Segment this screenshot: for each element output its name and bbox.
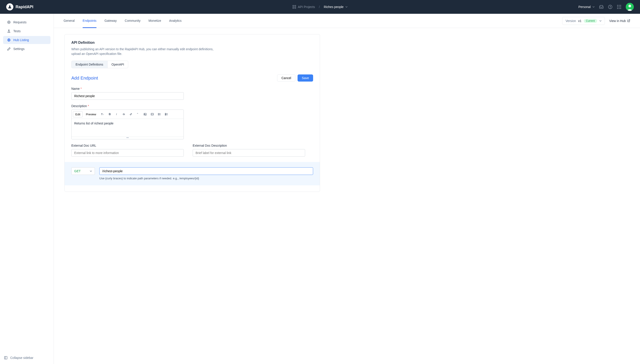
apps-grid-icon[interactable] — [617, 5, 621, 9]
italic-icon[interactable]: I — [114, 111, 120, 117]
pencil-icon — [7, 47, 11, 51]
svg-point-24 — [158, 113, 158, 114]
svg-rect-4 — [295, 7, 296, 8]
main-content: General Endpoints Gateway Community Mone… — [54, 14, 640, 364]
svg-text:I: I — [116, 113, 117, 116]
description-label: Description * — [71, 104, 313, 108]
tab-community[interactable]: Community — [125, 14, 140, 28]
svg-point-6 — [610, 8, 610, 8]
external-doc-desc-input[interactable] — [193, 149, 305, 157]
view-in-hub-link[interactable]: View in Hub — [609, 19, 630, 23]
external-doc-desc-label: External Doc Description — [193, 144, 305, 147]
tab-bar: General Endpoints Gateway Community Mone… — [54, 14, 640, 28]
svg-text:3: 3 — [165, 114, 166, 116]
editor-resize-handle[interactable]: ••• — [72, 137, 184, 139]
svg-point-0 — [9, 5, 11, 7]
svg-rect-2 — [295, 5, 296, 6]
svg-text:T: T — [103, 114, 104, 115]
svg-point-26 — [158, 114, 158, 114]
version-badge: Current — [584, 19, 597, 23]
svg-text:": " — [137, 113, 138, 116]
brand-name: RapidAPI — [16, 5, 33, 9]
svg-point-10 — [8, 22, 9, 23]
tab-endpoints[interactable]: Endpoints — [83, 14, 96, 28]
svg-text:B: B — [109, 113, 111, 116]
svg-rect-1 — [293, 5, 294, 6]
edit-button[interactable]: Edit — [73, 111, 83, 117]
sidebar-item-label: Settings — [13, 47, 25, 51]
sidebar-item-tests[interactable]: Tests — [3, 27, 50, 35]
svg-point-28 — [158, 115, 158, 115]
logo-icon — [6, 3, 13, 10]
quote-icon[interactable]: " — [135, 111, 141, 117]
name-label: Name * — [71, 87, 313, 90]
chevron-down-icon — [599, 20, 602, 22]
http-method-select[interactable]: GET — [71, 167, 95, 175]
collapse-icon — [4, 356, 8, 360]
section-title: API Definition — [71, 41, 313, 45]
description-textarea[interactable]: Returns list of richest people — [72, 119, 184, 137]
heading-icon[interactable]: TT — [99, 111, 106, 117]
external-doc-url-input[interactable] — [71, 149, 184, 157]
tab-gateway[interactable]: Gateway — [104, 14, 117, 28]
target-icon — [7, 20, 11, 24]
breadcrumb-separator: / — [319, 5, 320, 9]
svg-point-8 — [628, 5, 631, 7]
sidebar-item-requests[interactable]: Requests — [3, 18, 50, 26]
globe-icon — [7, 38, 11, 42]
external-link-icon — [627, 19, 630, 22]
unordered-list-icon[interactable] — [156, 111, 162, 117]
breadcrumb: API Projects / Riches people — [292, 5, 348, 9]
chevron-down-icon — [90, 170, 92, 172]
path-hint-text: Use {curly braces} to indicate path para… — [99, 177, 313, 180]
svg-point-5 — [608, 5, 612, 9]
endpoint-path-input[interactable] — [99, 167, 313, 175]
tab-monetize[interactable]: Monetize — [148, 14, 161, 28]
image-icon[interactable] — [142, 111, 148, 117]
code-icon[interactable] — [149, 111, 155, 117]
svg-point-9 — [8, 21, 10, 24]
sidebar-item-settings[interactable]: Settings — [3, 45, 50, 53]
cancel-button[interactable]: Cancel — [277, 74, 295, 82]
tab-general[interactable]: General — [64, 14, 75, 28]
description-editor: Edit Preview TT B I S " — [71, 110, 184, 139]
inbox-icon[interactable] — [599, 5, 604, 9]
workspace-selector[interactable]: Personal — [578, 5, 595, 9]
save-button[interactable]: Save — [298, 74, 313, 82]
svg-rect-12 — [4, 356, 7, 359]
breadcrumb-current[interactable]: Riches people — [324, 5, 348, 9]
external-doc-url-label: External Doc URL — [71, 144, 184, 147]
svg-text:T: T — [101, 113, 103, 116]
sidebar: Requests Tests Hub Listing Settings Coll… — [0, 14, 54, 364]
strikethrough-icon[interactable]: S — [121, 111, 127, 117]
sidebar-item-label: Hub Listing — [13, 38, 29, 42]
flask-icon — [7, 29, 11, 33]
link-icon[interactable] — [128, 111, 134, 117]
svg-rect-3 — [293, 7, 294, 8]
header-right: Personal — [578, 3, 634, 11]
name-input[interactable] — [71, 92, 184, 100]
user-avatar[interactable] — [626, 3, 634, 11]
section-description: When publishing an API version to the Ra… — [71, 47, 216, 56]
top-header: RapidAPI API Projects / Riches people Pe… — [0, 0, 640, 14]
form-title: Add Endpoint — [71, 76, 98, 81]
ordered-list-icon[interactable]: 123 — [163, 111, 170, 117]
sidebar-item-label: Tests — [13, 29, 21, 33]
preview-button[interactable]: Preview — [84, 112, 98, 117]
editor-toolbar: Edit Preview TT B I S " — [72, 110, 184, 119]
tab-analytics[interactable]: Analytics — [169, 14, 182, 28]
endpoint-path-section: GET Use {curly braces} to indicate path … — [65, 162, 320, 185]
collapse-sidebar-button[interactable]: Collapse sidebar — [0, 352, 54, 364]
subtab-endpoint-definitions[interactable]: Endpoint Definitions — [71, 61, 108, 68]
brand-logo[interactable]: RapidAPI — [6, 3, 33, 10]
bold-icon[interactable]: B — [106, 111, 113, 117]
breadcrumb-root[interactable]: API Projects — [292, 5, 315, 9]
help-icon[interactable] — [608, 5, 612, 9]
sidebar-item-label: Requests — [13, 20, 26, 24]
version-selector[interactable]: Version v1 Current — [562, 17, 605, 25]
subtab-openapi[interactable]: OpenAPI — [108, 61, 128, 68]
sidebar-item-hub-listing[interactable]: Hub Listing — [3, 36, 50, 44]
